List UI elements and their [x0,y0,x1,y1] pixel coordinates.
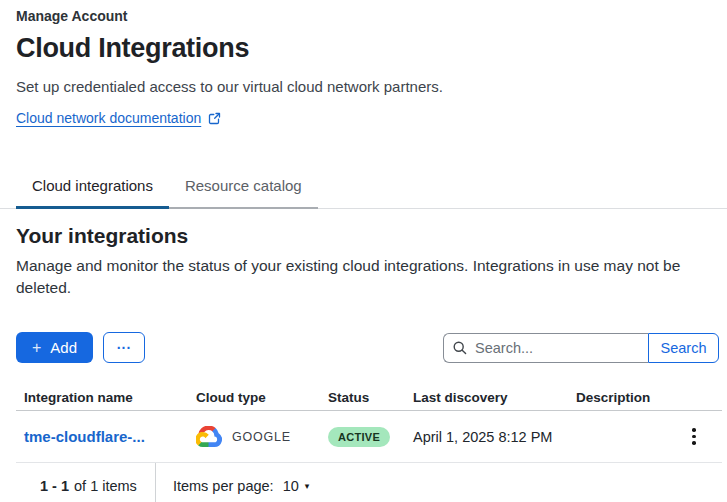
table-row: tme-cloudflare-... GOOGLE ACTIVE April 1… [16,411,722,463]
column-header-last-discovery: Last discovery [413,390,576,405]
items-per-page-select[interactable]: 10 ▾ [283,478,310,494]
page-subtitle: Set up credentialed access to our virtua… [16,78,711,95]
last-discovery-cell: April 1, 2025 8:12 PM [413,429,576,445]
table-header-row: Integration name Cloud type Status Last … [16,384,722,411]
doc-link-label: Cloud network documentation [16,110,201,126]
tab-bar: Cloud integrations Resource catalog [0,171,727,209]
page-header: Manage Account Cloud Integrations Set up… [0,0,727,127]
table-toolbar: + Add ... Search [16,332,719,363]
integration-name-link[interactable]: tme-cloudflare-... [24,428,196,445]
status-cell: ACTIVE [328,427,413,447]
breadcrumb: Manage Account [16,8,711,24]
add-button[interactable]: + Add [16,332,93,363]
section-heading: Your integrations [16,224,719,248]
pagination-divider [155,463,156,502]
external-link-icon [208,112,221,125]
cloud-type-label: GOOGLE [232,430,291,444]
page-title: Cloud Integrations [16,33,711,64]
column-header-integration-name: Integration name [24,390,196,405]
status-badge: ACTIVE [328,427,390,447]
cloud-network-documentation-link[interactable]: Cloud network documentation [16,110,221,126]
kebab-icon [692,428,696,432]
search-icon [452,340,468,356]
search-input[interactable] [443,333,648,363]
ellipsis-icon: ... [117,336,132,352]
items-per-page-value: 10 [283,478,299,494]
row-actions-kebab-button[interactable] [686,422,702,451]
section-description: Manage and monitor the status of your ex… [16,255,719,299]
overflow-menu-button[interactable]: ... [103,332,145,363]
add-button-label: Add [50,339,77,356]
items-per-page-label: Items per page: [173,478,274,494]
pagination-bar: 1 - 1 of 1 items Items per page: 10 ▾ [16,463,719,502]
tab-resource-catalog[interactable]: Resource catalog [169,171,318,209]
plus-icon: + [32,339,41,357]
integrations-table: Integration name Cloud type Status Last … [16,384,722,463]
search-button[interactable]: Search [648,333,719,363]
pagination-range: 1 - 1 [40,478,69,494]
column-header-cloud-type: Cloud type [196,390,328,405]
google-cloud-icon [196,426,222,447]
cloud-type-cell: GOOGLE [196,426,328,447]
column-header-description: Description [576,390,666,405]
your-integrations-section: Your integrations Manage and monitor the… [0,224,727,502]
search-group: Search [443,333,719,363]
tab-cloud-integrations[interactable]: Cloud integrations [16,171,169,209]
pagination-total: of 1 items [74,478,137,494]
column-header-status: Status [328,390,413,405]
caret-down-icon: ▾ [305,481,310,491]
